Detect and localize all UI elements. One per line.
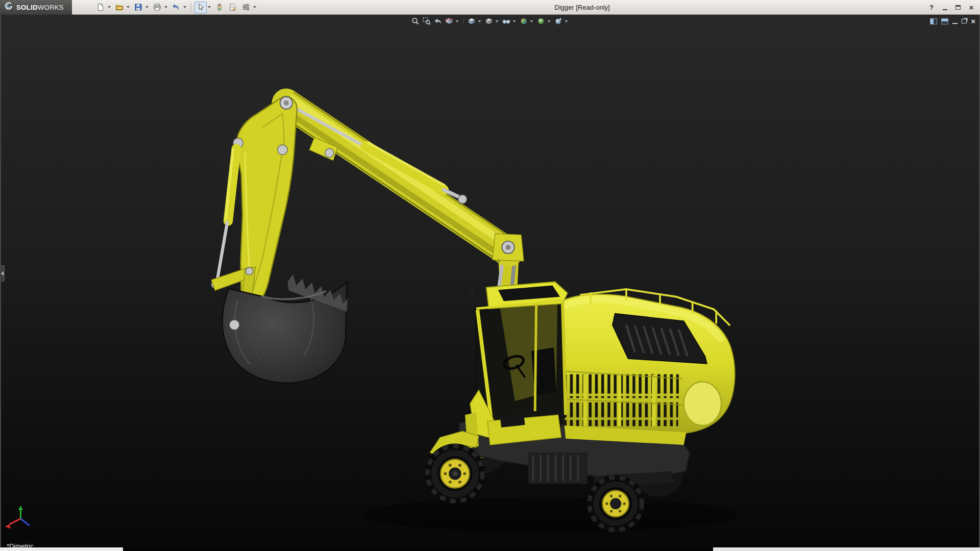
status-segment-right <box>713 547 980 551</box>
close-document-button[interactable]: × <box>971 17 975 25</box>
print-button[interactable] <box>151 2 163 13</box>
dassault-3ds-icon <box>4 2 13 13</box>
select-button[interactable] <box>194 2 207 13</box>
window-controls: ? × <box>926 0 977 15</box>
rear-wheel[interactable] <box>587 475 645 533</box>
window-edge-left <box>0 15 1 547</box>
dropdown-caret[interactable] <box>253 6 256 8</box>
status-segment-middle <box>123 547 713 551</box>
undo-button[interactable] <box>170 2 182 13</box>
body-deck[interactable] <box>554 289 735 445</box>
graphics-area[interactable]: × *Dimetric <box>0 15 980 547</box>
dropdown-caret[interactable] <box>565 20 568 22</box>
dropdown-caret[interactable] <box>108 6 111 8</box>
apply-scene-icon[interactable] <box>536 16 546 26</box>
previous-view-icon[interactable] <box>433 16 443 26</box>
solidworks-logo: SOLIDWORKS <box>0 0 72 15</box>
dropdown-caret[interactable] <box>164 6 167 8</box>
document-title: Digger [Read-only] <box>554 4 609 11</box>
toolbar-separator <box>463 18 464 25</box>
rebuild-button[interactable] <box>213 2 226 13</box>
headsup-view-toolbar <box>411 16 570 26</box>
ground-shadow <box>362 497 738 533</box>
section-view-icon[interactable] <box>445 16 454 26</box>
status-bar <box>0 547 980 551</box>
display-style-icon[interactable] <box>484 16 494 26</box>
minimize-document-button[interactable] <box>952 18 958 24</box>
excavator-model[interactable] <box>0 15 980 547</box>
brand-text-bold: SOLID <box>16 4 38 11</box>
standard-toolbar <box>94 2 258 13</box>
options-button[interactable] <box>240 2 252 13</box>
new-document-button[interactable] <box>94 2 107 13</box>
grille-band-lower <box>556 403 678 427</box>
dropdown-caret[interactable] <box>478 20 481 22</box>
save-button[interactable] <box>132 2 144 13</box>
dropdown-caret[interactable] <box>513 20 516 22</box>
dropdown-caret[interactable] <box>183 6 186 8</box>
open-button[interactable] <box>113 2 126 13</box>
app-window: SOLIDWORKS <box>0 0 980 551</box>
close-button[interactable]: × <box>966 3 977 12</box>
dropdown-caret[interactable] <box>456 20 459 22</box>
orientation-triad <box>5 506 30 529</box>
window-pane-vertical-icon[interactable] <box>930 18 937 24</box>
help-button[interactable]: ? <box>926 3 937 12</box>
mirror <box>468 288 475 298</box>
dropdown-caret[interactable] <box>530 20 533 22</box>
brand-text-rest: WORKS <box>38 4 64 11</box>
view-orientation-icon[interactable] <box>467 16 477 26</box>
cab[interactable] <box>465 282 568 448</box>
edit-appearance-icon[interactable] <box>519 16 529 26</box>
title-toolbar: SOLIDWORKS <box>0 0 980 15</box>
file-properties-button[interactable] <box>227 2 239 13</box>
boom-pivot[interactable] <box>493 234 524 261</box>
dropdown-caret[interactable] <box>208 6 211 8</box>
restore-document-button[interactable] <box>962 19 967 23</box>
front-wheel[interactable] <box>425 431 485 504</box>
view-orientation-label: *Dimetric <box>7 542 34 547</box>
chevron-left-icon <box>1 271 4 276</box>
hide-show-items-icon[interactable] <box>502 16 511 26</box>
boom-cylinder[interactable] <box>292 107 467 204</box>
dropdown-caret[interactable] <box>496 20 499 22</box>
minimize-button[interactable] <box>939 3 950 12</box>
zoom-to-fit-icon[interactable] <box>411 16 421 26</box>
toolbar-separator <box>191 3 191 12</box>
window-pane-horizontal-icon[interactable] <box>941 18 948 24</box>
document-window-controls: × <box>930 17 975 25</box>
dropdown-caret[interactable] <box>145 6 149 8</box>
dropdown-caret[interactable] <box>127 6 130 8</box>
view-settings-icon[interactable] <box>554 16 564 26</box>
dropdown-caret[interactable] <box>548 20 551 22</box>
status-segment-left <box>0 547 123 551</box>
zoom-to-area-icon[interactable] <box>422 16 432 26</box>
maximize-button[interactable] <box>952 3 964 12</box>
brand-text: SOLIDWORKS <box>16 4 64 11</box>
